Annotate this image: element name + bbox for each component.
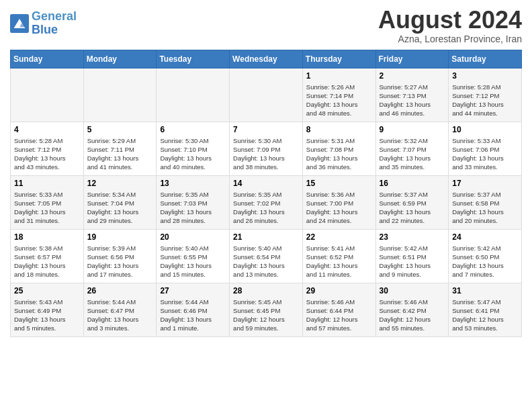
calendar-cell: 28Sunrise: 5:45 AM Sunset: 6:45 PM Dayli…: [230, 283, 303, 336]
day-content: Sunrise: 5:46 AM Sunset: 6:44 PM Dayligh…: [306, 298, 372, 333]
weekday-header-saturday: Saturday: [449, 50, 522, 68]
day-content: Sunrise: 5:42 AM Sunset: 6:50 PM Dayligh…: [452, 244, 518, 279]
day-number: 31: [452, 286, 518, 295]
day-number: 25: [14, 286, 80, 295]
calendar-table: SundayMondayTuesdayWednesdayThursdayFrid…: [10, 50, 522, 337]
calendar-cell: 16Sunrise: 5:37 AM Sunset: 6:59 PM Dayli…: [375, 175, 449, 229]
day-number: 14: [233, 179, 299, 188]
calendar-cell: 1Sunrise: 5:26 AM Sunset: 7:14 PM Daylig…: [302, 68, 375, 122]
weekday-header-wednesday: Wednesday: [230, 50, 303, 68]
day-content: Sunrise: 5:28 AM Sunset: 7:12 PM Dayligh…: [14, 136, 80, 172]
day-content: Sunrise: 5:28 AM Sunset: 7:12 PM Dayligh…: [452, 83, 518, 118]
calendar-cell: 26Sunrise: 5:44 AM Sunset: 6:47 PM Dayli…: [83, 283, 157, 336]
day-number: 16: [380, 179, 445, 188]
calendar-cell: [157, 68, 230, 122]
calendar-week-2: 4Sunrise: 5:28 AM Sunset: 7:12 PM Daylig…: [11, 122, 522, 175]
calendar-cell: 24Sunrise: 5:42 AM Sunset: 6:50 PM Dayli…: [449, 229, 522, 283]
day-number: 13: [160, 179, 226, 188]
day-number: 27: [160, 286, 226, 295]
day-number: 30: [380, 286, 445, 295]
calendar-week-1: 1Sunrise: 5:26 AM Sunset: 7:14 PM Daylig…: [11, 68, 522, 122]
day-content: Sunrise: 5:43 AM Sunset: 6:49 PM Dayligh…: [14, 298, 80, 333]
day-content: Sunrise: 5:39 AM Sunset: 6:56 PM Dayligh…: [87, 244, 153, 279]
calendar-cell: 25Sunrise: 5:43 AM Sunset: 6:49 PM Dayli…: [11, 283, 84, 336]
calendar-cell: 11Sunrise: 5:33 AM Sunset: 7:05 PM Dayli…: [11, 175, 84, 229]
calendar-cell: 21Sunrise: 5:40 AM Sunset: 6:54 PM Dayli…: [230, 229, 303, 283]
calendar-cell: 12Sunrise: 5:34 AM Sunset: 7:04 PM Dayli…: [83, 175, 157, 229]
day-number: 3: [452, 71, 518, 81]
day-content: Sunrise: 5:26 AM Sunset: 7:14 PM Dayligh…: [306, 83, 372, 118]
day-content: Sunrise: 5:27 AM Sunset: 7:13 PM Dayligh…: [380, 83, 445, 118]
day-number: 8: [306, 125, 372, 134]
day-number: 12: [87, 179, 153, 188]
calendar-cell: 10Sunrise: 5:33 AM Sunset: 7:06 PM Dayli…: [449, 122, 522, 175]
day-content: Sunrise: 5:37 AM Sunset: 6:58 PM Dayligh…: [452, 190, 518, 226]
weekday-header-friday: Friday: [375, 50, 449, 68]
logo: General Blue: [10, 10, 77, 37]
calendar-cell: 4Sunrise: 5:28 AM Sunset: 7:12 PM Daylig…: [11, 122, 84, 175]
weekday-header-sunday: Sunday: [11, 50, 84, 68]
day-content: Sunrise: 5:40 AM Sunset: 6:54 PM Dayligh…: [233, 244, 299, 279]
day-content: Sunrise: 5:36 AM Sunset: 7:00 PM Dayligh…: [306, 190, 372, 226]
calendar-cell: [11, 68, 84, 122]
day-content: Sunrise: 5:34 AM Sunset: 7:04 PM Dayligh…: [87, 190, 153, 226]
day-content: Sunrise: 5:44 AM Sunset: 6:46 PM Dayligh…: [160, 298, 226, 333]
weekday-header-row: SundayMondayTuesdayWednesdayThursdayFrid…: [11, 50, 522, 68]
calendar-cell: 19Sunrise: 5:39 AM Sunset: 6:56 PM Dayli…: [83, 229, 157, 283]
calendar-cell: 2Sunrise: 5:27 AM Sunset: 7:13 PM Daylig…: [375, 68, 449, 122]
day-number: 26: [87, 286, 153, 295]
day-number: 6: [160, 125, 226, 134]
calendar-cell: 22Sunrise: 5:41 AM Sunset: 6:52 PM Dayli…: [302, 229, 375, 283]
day-number: 21: [233, 232, 299, 242]
calendar-cell: 18Sunrise: 5:38 AM Sunset: 6:57 PM Dayli…: [11, 229, 84, 283]
calendar-cell: 23Sunrise: 5:42 AM Sunset: 6:51 PM Dayli…: [375, 229, 449, 283]
day-content: Sunrise: 5:30 AM Sunset: 7:09 PM Dayligh…: [233, 136, 299, 172]
calendar-cell: 9Sunrise: 5:32 AM Sunset: 7:07 PM Daylig…: [375, 122, 449, 175]
day-number: 10: [452, 125, 518, 134]
calendar-cell: 15Sunrise: 5:36 AM Sunset: 7:00 PM Dayli…: [302, 175, 375, 229]
calendar-cell: 17Sunrise: 5:37 AM Sunset: 6:58 PM Dayli…: [449, 175, 522, 229]
day-content: Sunrise: 5:35 AM Sunset: 7:02 PM Dayligh…: [233, 190, 299, 226]
day-number: 18: [14, 232, 80, 242]
logo-icon: [10, 14, 29, 33]
day-content: Sunrise: 5:30 AM Sunset: 7:10 PM Dayligh…: [160, 136, 226, 172]
day-number: 11: [14, 179, 80, 188]
day-content: Sunrise: 5:35 AM Sunset: 7:03 PM Dayligh…: [160, 190, 226, 226]
calendar-cell: 30Sunrise: 5:46 AM Sunset: 6:42 PM Dayli…: [375, 283, 449, 336]
calendar-week-5: 25Sunrise: 5:43 AM Sunset: 6:49 PM Dayli…: [11, 283, 522, 336]
day-content: Sunrise: 5:33 AM Sunset: 7:06 PM Dayligh…: [452, 136, 518, 172]
day-number: 19: [87, 232, 153, 242]
day-content: Sunrise: 5:40 AM Sunset: 6:55 PM Dayligh…: [160, 244, 226, 279]
calendar-cell: 20Sunrise: 5:40 AM Sunset: 6:55 PM Dayli…: [157, 229, 230, 283]
weekday-header-tuesday: Tuesday: [157, 50, 230, 68]
location-subtitle: Azna, Lorestan Province, Iran: [378, 34, 522, 44]
calendar-cell: 13Sunrise: 5:35 AM Sunset: 7:03 PM Dayli…: [157, 175, 230, 229]
day-number: 29: [306, 286, 372, 295]
day-content: Sunrise: 5:33 AM Sunset: 7:05 PM Dayligh…: [14, 190, 80, 226]
day-content: Sunrise: 5:29 AM Sunset: 7:11 PM Dayligh…: [87, 136, 153, 172]
day-number: 1: [306, 71, 372, 81]
day-content: Sunrise: 5:41 AM Sunset: 6:52 PM Dayligh…: [306, 244, 372, 279]
day-content: Sunrise: 5:46 AM Sunset: 6:42 PM Dayligh…: [380, 298, 445, 333]
day-number: 23: [380, 232, 445, 242]
calendar-cell: 29Sunrise: 5:46 AM Sunset: 6:44 PM Dayli…: [302, 283, 375, 336]
calendar-cell: 7Sunrise: 5:30 AM Sunset: 7:09 PM Daylig…: [230, 122, 303, 175]
page-header: General Blue August 2024 Azna, Lorestan …: [10, 7, 522, 44]
calendar-cell: 27Sunrise: 5:44 AM Sunset: 6:46 PM Dayli…: [157, 283, 230, 336]
calendar-cell: 14Sunrise: 5:35 AM Sunset: 7:02 PM Dayli…: [230, 175, 303, 229]
day-number: 5: [87, 125, 153, 134]
day-number: 15: [306, 179, 372, 188]
day-number: 20: [160, 232, 226, 242]
day-content: Sunrise: 5:45 AM Sunset: 6:45 PM Dayligh…: [233, 298, 299, 333]
calendar-week-4: 18Sunrise: 5:38 AM Sunset: 6:57 PM Dayli…: [11, 229, 522, 283]
day-content: Sunrise: 5:31 AM Sunset: 7:08 PM Dayligh…: [306, 136, 372, 172]
logo-line1: General: [32, 9, 77, 23]
day-number: 4: [14, 125, 80, 134]
day-number: 22: [306, 232, 372, 242]
day-number: 2: [380, 71, 445, 81]
calendar-week-3: 11Sunrise: 5:33 AM Sunset: 7:05 PM Dayli…: [11, 175, 522, 229]
calendar-cell: [230, 68, 303, 122]
day-number: 17: [452, 179, 518, 188]
day-content: Sunrise: 5:32 AM Sunset: 7:07 PM Dayligh…: [380, 136, 445, 172]
title-block: August 2024 Azna, Lorestan Province, Ira…: [378, 7, 522, 44]
